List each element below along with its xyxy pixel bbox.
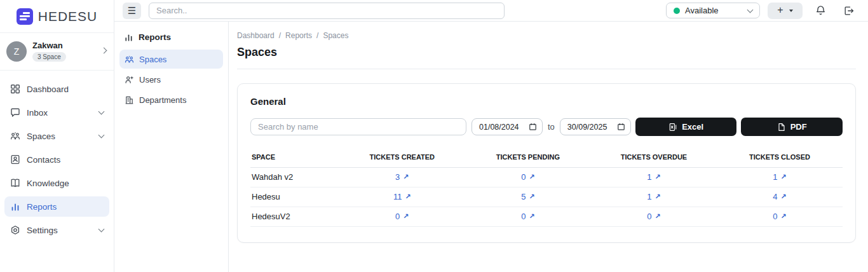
col-header-tickets-closed: TICKETS CLOSED — [717, 147, 843, 168]
open-link-icon: ↗ — [654, 173, 660, 181]
date-to-input[interactable]: 30/09/2025 — [560, 118, 631, 135]
breadcrumb-reports[interactable]: Reports — [285, 31, 312, 40]
excel-button-label: Excel — [682, 122, 703, 132]
breadcrumb: Dashboard / Reports / Spaces — [237, 31, 856, 40]
subsidebar-item-label: Departments — [139, 95, 186, 105]
app-window: HEDESU Z Zakwan 3 Space Dashboard Inbox — [0, 0, 868, 272]
spaces-icon — [10, 131, 20, 141]
sidebar-item-knowledge[interactable]: Knowledge — [4, 173, 109, 193]
export-excel-button[interactable]: Excel — [635, 118, 737, 136]
user-profile-row[interactable]: Z Zakwan 3 Space — [0, 33, 114, 71]
sidebar-item-contacts[interactable]: Contacts — [4, 149, 109, 170]
tickets-pending-link[interactable]: 0↗ — [521, 172, 534, 182]
tickets-closed-link[interactable]: 0↗ — [773, 212, 786, 221]
tickets-created-link[interactable]: 11↗ — [393, 192, 411, 201]
settings-icon — [10, 225, 20, 235]
general-report-card: General 01/08/2024 to 30/09/2025 — [237, 83, 856, 243]
hamburger-menu-button[interactable]: ☰ — [123, 3, 141, 19]
sidebar-item-label: Dashboard — [27, 85, 104, 94]
open-link-icon: ↗ — [403, 173, 409, 181]
knowledge-icon — [10, 178, 20, 188]
table-header-row: SPACE TICKETS CREATED TICKETS PENDING TI… — [250, 147, 843, 168]
pdf-file-icon — [777, 123, 786, 132]
reports-subsidebar: Reports Spaces Users Departments — [114, 22, 229, 272]
open-link-icon: ↗ — [780, 193, 786, 201]
calendar-icon — [529, 123, 537, 131]
open-link-icon: ↗ — [529, 173, 534, 181]
subsidebar-item-label: Spaces — [139, 55, 166, 64]
space-name: HedesuV2 — [250, 207, 339, 227]
col-header-tickets-pending: TICKETS PENDING — [465, 147, 591, 168]
sidebar-item-label: Knowledge — [27, 179, 104, 188]
breadcrumb-separator: / — [316, 31, 318, 40]
tickets-overdue-link[interactable]: 1↗ — [647, 172, 660, 182]
export-pdf-button[interactable]: PDF — [741, 118, 843, 136]
filter-row: 01/08/2024 to 30/09/2025 Excel — [250, 118, 843, 136]
availability-status-select[interactable]: Available — [666, 3, 760, 18]
subsidebar-item-departments[interactable]: Departments — [119, 90, 223, 109]
avatar: Z — [6, 41, 27, 62]
subsidebar-item-users[interactable]: Users — [119, 70, 223, 89]
open-link-icon: ↗ — [780, 212, 786, 221]
excel-file-icon — [668, 123, 677, 132]
sidebar-item-dashboard[interactable]: Dashboard — [4, 79, 109, 99]
user-name: Zakwan — [32, 41, 96, 50]
tickets-pending-link[interactable]: 5↗ — [521, 192, 534, 201]
reports-icon — [10, 201, 20, 212]
open-link-icon: ↗ — [529, 212, 534, 221]
subsidebar-item-spaces[interactable]: Spaces — [119, 50, 223, 69]
subsidebar-title-label: Reports — [139, 32, 171, 42]
tickets-created-link[interactable]: 0↗ — [395, 212, 409, 221]
date-from-value: 01/08/2024 — [479, 123, 525, 132]
chevron-down-icon — [747, 6, 754, 13]
tickets-pending-link[interactable]: 0↗ — [521, 212, 534, 221]
main-content: Dashboard / Reports / Spaces Spaces Gene… — [229, 22, 868, 272]
tickets-created-link[interactable]: 3↗ — [395, 172, 409, 182]
sidebar-nav: Dashboard Inbox Spaces Contacts Knowledg… — [0, 71, 114, 248]
spaces-icon — [125, 55, 134, 64]
open-link-icon: ↗ — [405, 193, 410, 201]
tickets-overdue-link[interactable]: 0↗ — [647, 212, 660, 221]
open-link-icon: ↗ — [780, 173, 786, 181]
breadcrumb-separator: / — [279, 31, 281, 40]
search-by-name-input[interactable] — [250, 118, 466, 135]
notifications-button[interactable] — [814, 4, 827, 17]
chevron-down-icon — [98, 226, 105, 233]
contacts-icon — [10, 154, 20, 165]
sidebar-item-label: Reports — [27, 202, 104, 212]
card-heading: General — [250, 96, 843, 107]
subsidebar-title: Reports — [119, 30, 223, 50]
title-divider — [237, 69, 856, 69]
sidebar-item-inbox[interactable]: Inbox — [4, 102, 109, 123]
global-search-input[interactable] — [149, 3, 505, 19]
subsidebar-item-label: Users — [139, 75, 161, 85]
brand-logo-icon — [17, 8, 33, 25]
sidebar-item-label: Contacts — [27, 155, 104, 165]
sidebar-item-settings[interactable]: Settings — [4, 220, 109, 240]
open-link-icon: ↗ — [403, 212, 409, 221]
tickets-overdue-link[interactable]: 1↗ — [647, 192, 660, 201]
create-new-button[interactable]: + — [768, 3, 803, 19]
breadcrumb-current: Spaces — [323, 31, 348, 40]
col-header-tickets-overdue: TICKETS OVERDUE — [591, 147, 717, 168]
table-row: HedesuV2 0↗ 0↗ 0↗ 0↗ — [250, 207, 843, 227]
space-name: Hedesu — [250, 187, 339, 207]
date-range-to-label: to — [548, 122, 555, 132]
tickets-closed-link[interactable]: 4↗ — [773, 192, 786, 201]
date-from-input[interactable]: 01/08/2024 — [471, 118, 543, 135]
col-header-tickets-created: TICKETS CREATED — [339, 147, 465, 168]
page-title: Spaces — [237, 46, 856, 59]
caret-down-icon — [789, 10, 793, 12]
reports-icon — [124, 32, 133, 42]
status-dot-icon — [674, 8, 680, 14]
sidebar-item-reports[interactable]: Reports — [4, 196, 109, 217]
sidebar-item-spaces[interactable]: Spaces — [4, 126, 109, 146]
breadcrumb-dashboard[interactable]: Dashboard — [237, 31, 275, 40]
logout-button[interactable] — [843, 4, 855, 17]
primary-sidebar: HEDESU Z Zakwan 3 Space Dashboard Inbox — [0, 0, 114, 272]
col-header-space: SPACE — [250, 147, 339, 168]
calendar-icon — [617, 123, 625, 131]
topbar: ☰ Available + — [114, 0, 868, 22]
departments-icon — [125, 95, 134, 105]
tickets-closed-link[interactable]: 1↗ — [773, 172, 786, 182]
